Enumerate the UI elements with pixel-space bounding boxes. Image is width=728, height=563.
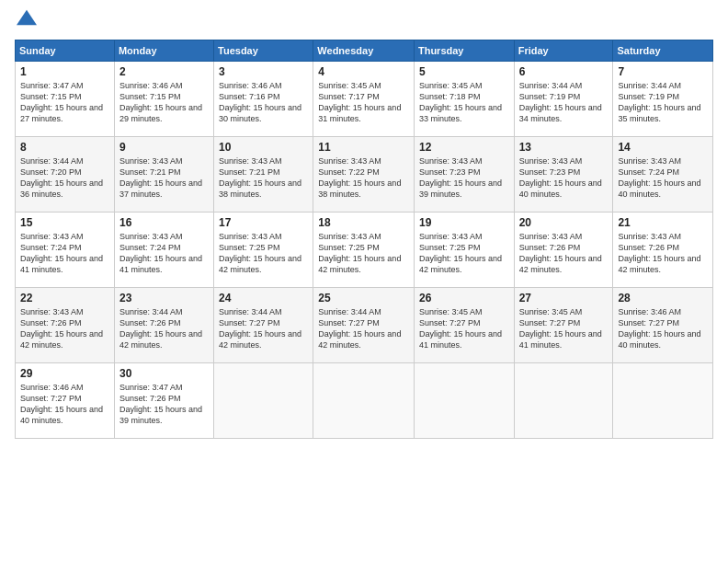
day-number: 3 [219,65,308,78]
table-row: 9 Sunrise: 3:43 AMSunset: 7:21 PMDayligh… [114,136,213,212]
day-number: 2 [119,65,209,78]
day-info: Sunrise: 3:46 AMSunset: 7:27 PMDaylight:… [618,307,700,350]
table-row: 7 Sunrise: 3:44 AMSunset: 7:19 PMDayligh… [613,61,713,136]
day-info: Sunrise: 3:43 AMSunset: 7:25 PMDaylight:… [219,232,301,274]
calendar-week-row: 15 Sunrise: 3:43 AMSunset: 7:24 PMDaylig… [16,212,713,287]
day-info: Sunrise: 3:44 AMSunset: 7:19 PMDaylight:… [519,81,602,123]
day-number: 6 [519,65,609,78]
table-row: 20 Sunrise: 3:43 AMSunset: 7:26 PMDaylig… [514,212,613,287]
day-info: Sunrise: 3:46 AMSunset: 7:15 PMDaylight:… [119,81,202,123]
day-number: 13 [519,141,609,154]
table-row: 8 Sunrise: 3:44 AMSunset: 7:20 PMDayligh… [16,136,115,212]
calendar-week-row: 1 Sunrise: 3:47 AMSunset: 7:15 PMDayligh… [16,61,713,136]
table-row: 4 Sunrise: 3:45 AMSunset: 7:17 PMDayligh… [313,61,415,136]
day-number: 8 [20,141,109,154]
table-row: 2 Sunrise: 3:46 AMSunset: 7:15 PMDayligh… [114,61,213,136]
table-row: 14 Sunrise: 3:43 AMSunset: 7:24 PMDaylig… [613,136,713,212]
table-row: 16 Sunrise: 3:43 AMSunset: 7:24 PMDaylig… [114,212,213,287]
table-row: 3 Sunrise: 3:46 AMSunset: 7:16 PMDayligh… [214,61,313,136]
table-row: 18 Sunrise: 3:43 AMSunset: 7:25 PMDaylig… [313,212,415,287]
day-number: 9 [119,141,209,154]
table-row: 29 Sunrise: 3:46 AMSunset: 7:27 PMDaylig… [16,362,115,438]
table-row: 11 Sunrise: 3:43 AMSunset: 7:22 PMDaylig… [313,136,415,212]
table-row: 22 Sunrise: 3:43 AMSunset: 7:26 PMDaylig… [16,287,115,362]
day-info: Sunrise: 3:44 AMSunset: 7:19 PMDaylight:… [618,81,700,123]
header [15,11,713,32]
table-row: 12 Sunrise: 3:43 AMSunset: 7:23 PMDaylig… [414,136,514,212]
col-wednesday: Wednesday [313,40,415,61]
col-sunday: Sunday [16,40,115,61]
day-number: 26 [419,292,509,304]
table-row: 27 Sunrise: 3:45 AMSunset: 7:27 PMDaylig… [514,287,613,362]
day-info: Sunrise: 3:43 AMSunset: 7:25 PMDaylight:… [419,232,502,274]
day-info: Sunrise: 3:43 AMSunset: 7:24 PMDaylight:… [20,232,103,274]
day-info: Sunrise: 3:45 AMSunset: 7:17 PMDaylight:… [318,81,401,123]
col-friday: Friday [514,40,613,61]
day-info: Sunrise: 3:46 AMSunset: 7:16 PMDaylight:… [219,81,301,123]
table-row: 15 Sunrise: 3:43 AMSunset: 7:24 PMDaylig… [16,212,115,287]
day-info: Sunrise: 3:45 AMSunset: 7:18 PMDaylight:… [419,81,502,123]
table-row: 19 Sunrise: 3:43 AMSunset: 7:25 PMDaylig… [414,212,514,287]
day-info: Sunrise: 3:44 AMSunset: 7:26 PMDaylight:… [119,307,202,350]
day-number: 18 [318,216,409,229]
table-row: 23 Sunrise: 3:44 AMSunset: 7:26 PMDaylig… [114,287,213,362]
day-info: Sunrise: 3:43 AMSunset: 7:22 PMDaylight:… [318,156,401,199]
day-number: 15 [20,216,109,229]
day-number: 30 [119,367,209,380]
col-saturday: Saturday [613,40,713,61]
table-row: 26 Sunrise: 3:45 AMSunset: 7:27 PMDaylig… [414,287,514,362]
table-row: 13 Sunrise: 3:43 AMSunset: 7:23 PMDaylig… [514,136,613,212]
table-row: 17 Sunrise: 3:43 AMSunset: 7:25 PMDaylig… [214,212,313,287]
day-info: Sunrise: 3:43 AMSunset: 7:21 PMDaylight:… [219,156,301,199]
table-row: 1 Sunrise: 3:47 AMSunset: 7:15 PMDayligh… [16,61,115,136]
day-number: 11 [318,141,409,154]
day-number: 20 [519,216,609,229]
table-row [214,362,313,438]
logo-icon [17,7,37,28]
calendar-table: Sunday Monday Tuesday Wednesday Thursday… [15,40,713,439]
day-info: Sunrise: 3:47 AMSunset: 7:26 PMDaylight:… [119,383,202,425]
col-monday: Monday [114,40,213,61]
day-number: 7 [618,65,708,78]
day-number: 14 [618,141,708,154]
day-info: Sunrise: 3:43 AMSunset: 7:24 PMDaylight:… [618,156,700,199]
day-number: 22 [20,292,109,304]
table-row: 25 Sunrise: 3:44 AMSunset: 7:27 PMDaylig… [313,287,415,362]
svg-marker-0 [17,10,37,26]
day-info: Sunrise: 3:43 AMSunset: 7:26 PMDaylight:… [618,232,700,274]
day-number: 19 [419,216,509,229]
table-row: 10 Sunrise: 3:43 AMSunset: 7:21 PMDaylig… [214,136,313,212]
day-info: Sunrise: 3:45 AMSunset: 7:27 PMDaylight:… [419,307,502,350]
day-info: Sunrise: 3:44 AMSunset: 7:20 PMDaylight:… [20,156,103,199]
day-info: Sunrise: 3:44 AMSunset: 7:27 PMDaylight:… [318,307,401,350]
day-number: 29 [20,367,109,380]
table-row [414,362,514,438]
day-info: Sunrise: 3:47 AMSunset: 7:15 PMDaylight:… [20,81,103,123]
day-info: Sunrise: 3:44 AMSunset: 7:27 PMDaylight:… [219,307,301,350]
day-number: 10 [219,141,308,154]
day-number: 27 [519,292,609,304]
day-info: Sunrise: 3:43 AMSunset: 7:24 PMDaylight:… [119,232,202,274]
table-row: 28 Sunrise: 3:46 AMSunset: 7:27 PMDaylig… [613,287,713,362]
calendar-page: Sunday Monday Tuesday Wednesday Thursday… [0,0,728,563]
calendar-week-row: 8 Sunrise: 3:44 AMSunset: 7:20 PMDayligh… [16,136,713,212]
col-tuesday: Tuesday [214,40,313,61]
logo [15,11,37,32]
calendar-week-row: 29 Sunrise: 3:46 AMSunset: 7:27 PMDaylig… [16,362,713,438]
col-thursday: Thursday [414,40,514,61]
day-info: Sunrise: 3:46 AMSunset: 7:27 PMDaylight:… [20,383,103,425]
day-info: Sunrise: 3:43 AMSunset: 7:26 PMDaylight:… [20,307,103,350]
table-row: 5 Sunrise: 3:45 AMSunset: 7:18 PMDayligh… [414,61,514,136]
table-row [613,362,713,438]
day-number: 1 [20,65,109,78]
calendar-week-row: 22 Sunrise: 3:43 AMSunset: 7:26 PMDaylig… [16,287,713,362]
calendar-header-row: Sunday Monday Tuesday Wednesday Thursday… [16,40,713,61]
table-row [514,362,613,438]
table-row: 24 Sunrise: 3:44 AMSunset: 7:27 PMDaylig… [214,287,313,362]
day-number: 16 [119,216,209,229]
day-info: Sunrise: 3:43 AMSunset: 7:23 PMDaylight:… [519,156,602,199]
table-row [313,362,415,438]
day-number: 25 [318,292,409,304]
day-number: 5 [419,65,509,78]
day-info: Sunrise: 3:43 AMSunset: 7:21 PMDaylight:… [119,156,202,199]
